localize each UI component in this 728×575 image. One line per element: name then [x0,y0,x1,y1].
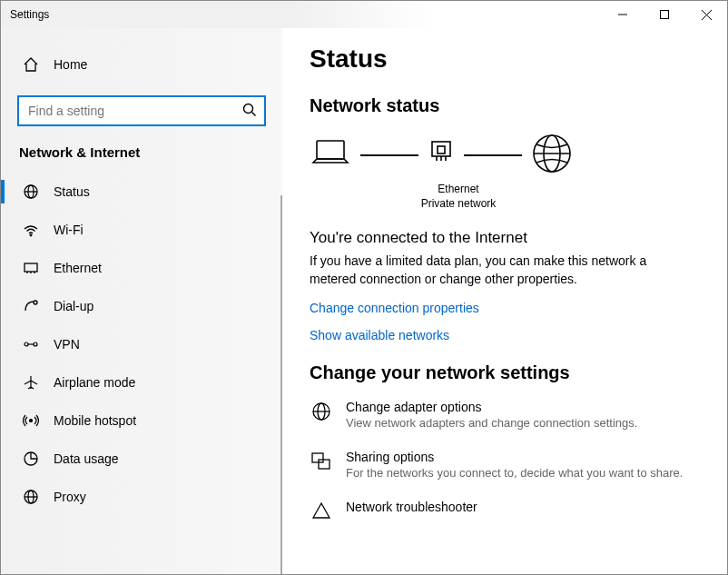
connected-heading: You're connected to the Internet [310,229,700,247]
adapter-options-icon [310,400,333,421]
laptop-icon [310,137,351,173]
search-icon [242,103,257,120]
option-title: Change adapter options [346,400,637,414]
sidebar-item-label: Dial-up [54,299,93,313]
option-troubleshooter[interactable]: Network troubleshooter [310,500,700,520]
airplane-icon [21,374,41,391]
sidebar-item-label: Status [54,184,90,199]
network-status-heading: Network status [310,95,700,116]
search-input[interactable] [26,97,242,124]
sidebar-item-hotspot[interactable]: Mobile hotspot [1,402,282,440]
sidebar-item-label: Mobile hotspot [54,413,136,428]
sidebar-item-wifi[interactable]: Wi-Fi [1,211,282,249]
category-title: Network & Internet [1,144,282,160]
globe-icon [531,133,573,177]
status-icon [21,183,41,200]
svg-point-9 [30,234,32,236]
option-subtitle: View network adapters and change connect… [346,416,637,430]
sidebar-item-label: VPN [54,337,80,352]
network-type: Private network [413,197,504,212]
ethernet-icon [21,260,41,276]
proxy-icon [21,489,41,505]
line-icon [464,154,522,156]
home-nav[interactable]: Home [1,46,282,83]
option-title: Sharing options [346,450,683,464]
home-label: Home [54,57,87,72]
option-subtitle: For the networks you connect to, decide … [346,466,683,480]
svg-rect-34 [312,453,323,462]
change-settings-heading: Change your network settings [310,362,700,383]
sidebar-item-label: Wi-Fi [54,223,84,237]
svg-rect-10 [25,263,37,272]
sidebar-item-label: Airplane mode [54,375,135,390]
wifi-icon [21,222,41,238]
option-title: Network troubleshooter [346,500,477,514]
line-icon [360,154,418,156]
change-connection-properties-link[interactable]: Change connection properties [310,301,700,315]
svg-point-17 [30,420,33,422]
connected-description: If you have a limited data plan, you can… [310,253,682,288]
sidebar-item-datausage[interactable]: Data usage [1,440,282,478]
data-usage-icon [21,451,41,467]
sidebar-item-status[interactable]: Status [1,173,282,211]
svg-rect-1 [661,11,669,19]
option-change-adapter[interactable]: Change adapter options View network adap… [310,400,700,430]
svg-rect-24 [438,146,445,154]
show-available-networks-link[interactable]: Show available networks [310,328,700,342]
sidebar-item-ethernet[interactable]: Ethernet [1,249,282,287]
sidebar-item-airplane[interactable]: Airplane mode [1,363,282,402]
search-box[interactable] [17,95,266,126]
svg-point-4 [244,104,253,113]
svg-point-15 [34,342,37,346]
sidebar: Home Network & Internet Status Wi-Fi [1,28,282,575]
hotspot-icon [21,412,41,429]
ethernet-adapter-icon [428,139,455,171]
network-diagram [310,133,700,177]
sidebar-item-vpn[interactable]: VPN [1,325,282,363]
page-title: Status [310,45,700,74]
sidebar-item-label: Ethernet [54,261,102,275]
window-title: Settings [10,8,49,21]
sidebar-item-proxy[interactable]: Proxy [1,478,282,516]
dialup-icon [21,298,41,314]
svg-rect-35 [319,460,330,469]
svg-point-14 [25,342,28,346]
sidebar-item-dialup[interactable]: Dial-up [1,287,282,325]
sharing-options-icon [310,450,333,471]
main-content: Status Network status Ethernet Private n… [282,28,727,575]
svg-line-5 [252,112,256,115]
svg-rect-22 [317,141,344,159]
diagram-caption: Ethernet Private network [413,183,504,211]
sidebar-item-label: Proxy [54,490,86,504]
titlebar: Settings [1,1,727,28]
home-icon [21,56,41,73]
troubleshooter-icon [310,500,333,520]
sidebar-item-label: Data usage [54,451,119,466]
close-button[interactable] [685,1,727,28]
vpn-icon [21,336,41,352]
connection-name: Ethernet [413,183,504,197]
option-sharing[interactable]: Sharing options For the networks you con… [310,450,700,480]
maximize-button[interactable] [644,1,685,28]
minimize-button[interactable] [602,1,644,28]
scrollbar[interactable] [280,195,282,575]
